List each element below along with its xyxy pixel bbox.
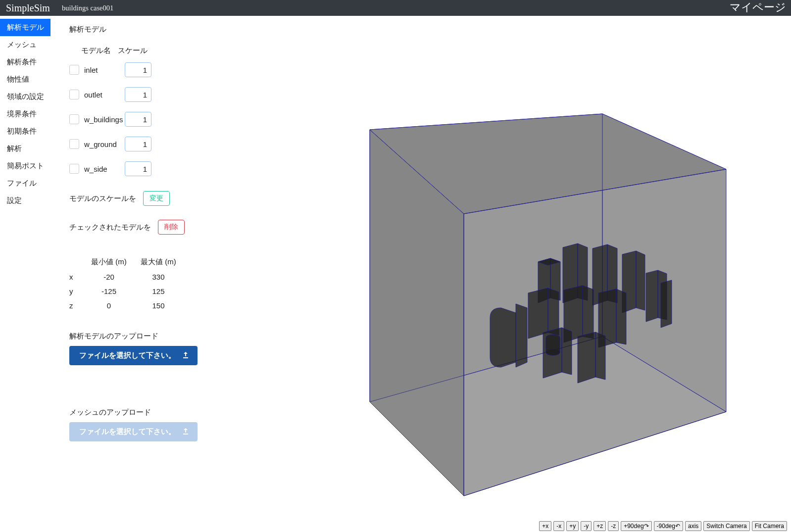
bounds-table: 最小値 (m) 最大値 (m) x-20330y-125125z0150: [69, 257, 231, 310]
bounds-row: y-125125: [69, 287, 231, 295]
model-name: w_side: [84, 165, 125, 173]
bounds-min: -125: [84, 287, 134, 295]
panel-title: 解析モデル: [69, 25, 231, 34]
sidebar-item-1[interactable]: メッシュ: [0, 36, 50, 53]
svg-marker-24: [562, 328, 572, 375]
bounds-axis: y: [69, 287, 84, 295]
view-y-button[interactable]: +y: [566, 521, 579, 531]
sidebar-item-8[interactable]: 簡易ポスト: [0, 157, 50, 175]
app-brand: SimpleSim: [6, 2, 50, 14]
model-row: outlet: [69, 87, 231, 102]
bounds-max-header: 最大値 (m): [134, 257, 183, 267]
sidebar-item-2[interactable]: 解析条件: [0, 53, 50, 71]
view-x-button[interactable]: -x: [553, 521, 564, 531]
bounds-axis: x: [69, 273, 84, 281]
upload-model-button[interactable]: ファイルを選択して下さい。: [69, 346, 198, 365]
sidebar-item-5[interactable]: 境界条件: [0, 105, 50, 123]
view-switchcamera-button[interactable]: Switch Camera: [703, 521, 749, 531]
view-y-button[interactable]: -y: [581, 521, 592, 531]
bounds-row: z0150: [69, 301, 231, 310]
model-name: w_ground: [84, 140, 125, 148]
model-row: inlet: [69, 62, 231, 77]
svg-marker-29: [646, 270, 658, 322]
scale-change-text: モデルのスケールを: [69, 194, 136, 203]
upload-icon: [182, 351, 190, 360]
col-model-name: モデル名: [81, 46, 118, 55]
sidebar-item-0[interactable]: 解析モデル: [0, 19, 50, 36]
bounds-max: 125: [134, 287, 183, 295]
model-checkbox[interactable]: [69, 90, 79, 99]
model-checkbox[interactable]: [69, 139, 79, 149]
bounds-min: -20: [84, 273, 134, 281]
sidebar-item-4[interactable]: 領域の設定: [0, 88, 50, 105]
model-row: w_ground: [69, 137, 231, 151]
scale-input[interactable]: [125, 137, 151, 151]
sidebar: 解析モデルメッシュ解析条件物性値領域の設定境界条件初期条件解析簡易ポストファイル…: [0, 16, 50, 532]
viewport-controls: +x-x+y-y+z-z+90deg↷-90deg↶axisSwitch Cam…: [539, 521, 787, 531]
model-checkbox[interactable]: [69, 164, 79, 174]
bounds-max: 330: [134, 273, 183, 281]
view-90deg-button[interactable]: -90deg↶: [654, 521, 683, 531]
view-x-button[interactable]: +x: [539, 521, 551, 531]
svg-marker-22: [616, 289, 626, 344]
svg-marker-31: [661, 280, 672, 328]
view-z-button[interactable]: +z: [593, 521, 606, 531]
model-row: w_buildings: [69, 112, 231, 127]
upload-icon: [182, 427, 190, 436]
view-z-button[interactable]: -z: [608, 521, 619, 531]
sidebar-item-3[interactable]: 物性値: [0, 71, 50, 88]
settings-panel: 解析モデル モデル名 スケール inletoutletw_buildingsw_…: [50, 16, 231, 532]
svg-marker-26: [595, 332, 605, 380]
bounds-min: 0: [84, 301, 134, 310]
delete-checked-button[interactable]: 削除: [158, 220, 185, 235]
svg-marker-20: [583, 286, 593, 339]
upload-mesh-title: メッシュのアップロード: [69, 408, 231, 417]
breadcrumb: buildings case001: [62, 4, 113, 12]
model-table-header: モデル名 スケール: [81, 46, 231, 55]
model-name: outlet: [84, 91, 125, 99]
bounds-min-header: 最小値 (m): [84, 257, 134, 267]
change-scale-button[interactable]: 変更: [143, 191, 170, 206]
model-name: inlet: [84, 66, 125, 74]
3d-scene: [231, 16, 791, 532]
bounds-max: 150: [134, 301, 183, 310]
sidebar-item-6[interactable]: 初期条件: [0, 123, 50, 140]
scale-input[interactable]: [125, 62, 151, 77]
scale-input[interactable]: [125, 161, 151, 176]
sidebar-item-7[interactable]: 解析: [0, 140, 50, 157]
sidebar-item-10[interactable]: 設定: [0, 192, 50, 209]
model-checkbox[interactable]: [69, 65, 79, 75]
scale-input[interactable]: [125, 112, 151, 127]
svg-marker-27: [516, 304, 527, 367]
model-checkbox[interactable]: [69, 114, 79, 124]
view-fitcamera-button[interactable]: Fit Camera: [752, 521, 787, 531]
bounds-row: x-20330: [69, 273, 231, 281]
svg-marker-17: [528, 288, 548, 339]
mypage-link[interactable]: マイページ: [730, 0, 786, 15]
delete-checked-text: チェックされたモデルを: [69, 223, 151, 232]
svg-marker-25: [578, 332, 595, 383]
view-90deg-button[interactable]: +90deg↷: [621, 521, 651, 531]
bounds-axis: z: [69, 301, 84, 310]
svg-marker-16: [636, 251, 645, 310]
view-axis-button[interactable]: axis: [685, 521, 701, 531]
model-row: w_side: [69, 161, 231, 176]
col-scale: スケール: [118, 46, 148, 55]
scale-input[interactable]: [125, 87, 151, 102]
app-header: SimpleSim buildings case001 マイページ: [0, 0, 791, 16]
model-name: w_buildings: [84, 115, 125, 124]
upload-model-title: 解析モデルのアップロード: [69, 332, 231, 341]
svg-marker-18: [548, 288, 559, 335]
sidebar-item-9[interactable]: ファイル: [0, 175, 50, 192]
upload-mesh-button: ファイルを選択して下さい。: [69, 422, 198, 441]
3d-viewport[interactable]: +x-x+y-y+z-z+90deg↷-90deg↶axisSwitch Cam…: [231, 16, 791, 532]
